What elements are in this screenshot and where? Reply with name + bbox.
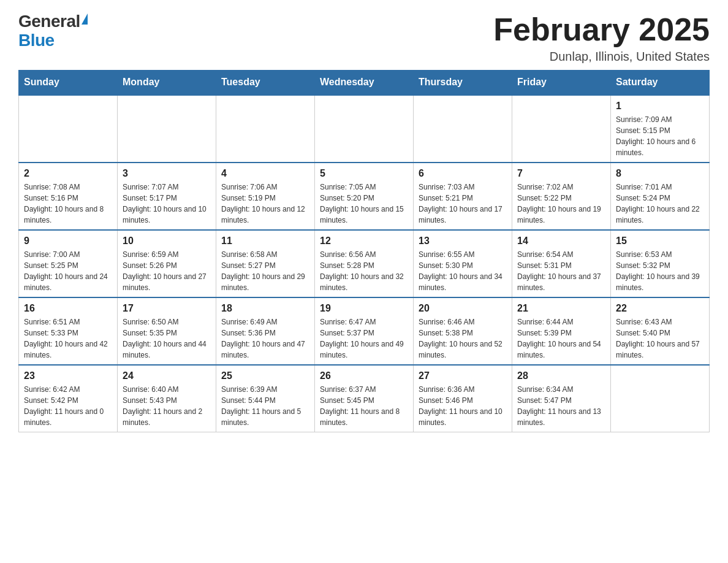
day-number: 6 xyxy=(419,168,507,179)
day-info: Sunrise: 6:36 AM Sunset: 5:46 PM Dayligh… xyxy=(419,384,507,428)
calendar-cell: 15Sunrise: 6:53 AM Sunset: 5:32 PM Dayli… xyxy=(611,230,710,297)
calendar-header-tuesday: Tuesday xyxy=(216,71,315,95)
calendar-header-friday: Friday xyxy=(512,71,611,95)
calendar-cell: 25Sunrise: 6:39 AM Sunset: 5:44 PM Dayli… xyxy=(216,365,315,432)
day-info: Sunrise: 6:39 AM Sunset: 5:44 PM Dayligh… xyxy=(221,384,309,428)
day-info: Sunrise: 6:56 AM Sunset: 5:28 PM Dayligh… xyxy=(320,249,408,293)
calendar-header-sunday: Sunday xyxy=(19,71,118,95)
calendar-cell: 1Sunrise: 7:09 AM Sunset: 5:15 PM Daylig… xyxy=(611,95,710,163)
calendar-cell: 10Sunrise: 6:59 AM Sunset: 5:26 PM Dayli… xyxy=(118,230,216,297)
day-number: 10 xyxy=(123,236,211,247)
day-number: 28 xyxy=(517,370,605,381)
calendar-cell: 2Sunrise: 7:08 AM Sunset: 5:16 PM Daylig… xyxy=(19,163,118,230)
day-number: 27 xyxy=(419,370,507,381)
calendar-cell: 11Sunrise: 6:58 AM Sunset: 5:27 PM Dayli… xyxy=(216,230,315,297)
day-info: Sunrise: 6:58 AM Sunset: 5:27 PM Dayligh… xyxy=(221,249,309,293)
day-number: 18 xyxy=(221,303,309,314)
calendar-cell: 9Sunrise: 7:00 AM Sunset: 5:25 PM Daylig… xyxy=(19,230,118,297)
calendar-cell: 26Sunrise: 6:37 AM Sunset: 5:45 PM Dayli… xyxy=(315,365,414,432)
day-number: 1 xyxy=(616,101,704,112)
calendar-header-row: SundayMondayTuesdayWednesdayThursdayFrid… xyxy=(19,71,710,95)
day-number: 8 xyxy=(616,168,704,179)
day-info: Sunrise: 7:07 AM Sunset: 5:17 PM Dayligh… xyxy=(123,182,211,226)
calendar-header-wednesday: Wednesday xyxy=(315,71,414,95)
logo: General Blue xyxy=(18,12,88,50)
day-number: 7 xyxy=(517,168,605,179)
day-info: Sunrise: 6:50 AM Sunset: 5:35 PM Dayligh… xyxy=(123,316,211,361)
calendar-cell: 24Sunrise: 6:40 AM Sunset: 5:43 PM Dayli… xyxy=(118,365,216,432)
day-number: 3 xyxy=(123,168,211,179)
calendar-header-saturday: Saturday xyxy=(611,71,710,95)
day-number: 5 xyxy=(320,168,408,179)
day-info: Sunrise: 7:08 AM Sunset: 5:16 PM Dayligh… xyxy=(24,182,112,226)
calendar-cell: 7Sunrise: 7:02 AM Sunset: 5:22 PM Daylig… xyxy=(512,163,611,230)
day-info: Sunrise: 6:59 AM Sunset: 5:26 PM Dayligh… xyxy=(123,249,211,293)
day-number: 17 xyxy=(123,303,211,314)
calendar-cell: 19Sunrise: 6:47 AM Sunset: 5:37 PM Dayli… xyxy=(315,297,414,365)
calendar-cell: 17Sunrise: 6:50 AM Sunset: 5:35 PM Dayli… xyxy=(118,297,216,365)
calendar-cell: 22Sunrise: 6:43 AM Sunset: 5:40 PM Dayli… xyxy=(611,297,710,365)
calendar-cell xyxy=(414,95,512,163)
day-info: Sunrise: 7:06 AM Sunset: 5:19 PM Dayligh… xyxy=(221,182,309,226)
day-number: 20 xyxy=(419,303,507,314)
day-info: Sunrise: 6:44 AM Sunset: 5:39 PM Dayligh… xyxy=(517,316,605,361)
calendar-week-row: 16Sunrise: 6:51 AM Sunset: 5:33 PM Dayli… xyxy=(19,297,710,365)
day-info: Sunrise: 7:09 AM Sunset: 5:15 PM Dayligh… xyxy=(616,114,704,158)
calendar-cell: 4Sunrise: 7:06 AM Sunset: 5:19 PM Daylig… xyxy=(216,163,315,230)
day-info: Sunrise: 6:42 AM Sunset: 5:42 PM Dayligh… xyxy=(24,384,112,428)
day-info: Sunrise: 6:49 AM Sunset: 5:36 PM Dayligh… xyxy=(221,316,309,361)
calendar-cell: 8Sunrise: 7:01 AM Sunset: 5:24 PM Daylig… xyxy=(611,163,710,230)
day-info: Sunrise: 7:03 AM Sunset: 5:21 PM Dayligh… xyxy=(419,182,507,226)
calendar-cell: 27Sunrise: 6:36 AM Sunset: 5:46 PM Dayli… xyxy=(414,365,512,432)
calendar-cell xyxy=(315,95,414,163)
calendar-table: SundayMondayTuesdayWednesdayThursdayFrid… xyxy=(18,70,710,432)
calendar-cell xyxy=(611,365,710,432)
calendar-week-row: 9Sunrise: 7:00 AM Sunset: 5:25 PM Daylig… xyxy=(19,230,710,297)
calendar-header-monday: Monday xyxy=(118,71,216,95)
logo-triangle-icon xyxy=(82,13,88,25)
day-info: Sunrise: 6:47 AM Sunset: 5:37 PM Dayligh… xyxy=(320,316,408,361)
calendar-cell: 14Sunrise: 6:54 AM Sunset: 5:31 PM Dayli… xyxy=(512,230,611,297)
day-number: 22 xyxy=(616,303,704,314)
day-info: Sunrise: 7:00 AM Sunset: 5:25 PM Dayligh… xyxy=(24,249,112,293)
day-info: Sunrise: 6:46 AM Sunset: 5:38 PM Dayligh… xyxy=(419,316,507,361)
day-info: Sunrise: 6:54 AM Sunset: 5:31 PM Dayligh… xyxy=(517,249,605,293)
day-number: 19 xyxy=(320,303,408,314)
day-info: Sunrise: 6:43 AM Sunset: 5:40 PM Dayligh… xyxy=(616,316,704,361)
location-subtitle: Dunlap, Illinois, United States xyxy=(493,50,710,64)
calendar-cell xyxy=(512,95,611,163)
calendar-cell: 5Sunrise: 7:05 AM Sunset: 5:20 PM Daylig… xyxy=(315,163,414,230)
calendar-cell: 20Sunrise: 6:46 AM Sunset: 5:38 PM Dayli… xyxy=(414,297,512,365)
day-number: 21 xyxy=(517,303,605,314)
day-number: 11 xyxy=(221,236,309,247)
day-info: Sunrise: 7:05 AM Sunset: 5:20 PM Dayligh… xyxy=(320,182,408,226)
day-info: Sunrise: 6:34 AM Sunset: 5:47 PM Dayligh… xyxy=(517,384,605,428)
calendar-cell: 18Sunrise: 6:49 AM Sunset: 5:36 PM Dayli… xyxy=(216,297,315,365)
logo-general-text: General xyxy=(18,12,80,31)
calendar-cell: 23Sunrise: 6:42 AM Sunset: 5:42 PM Dayli… xyxy=(19,365,118,432)
day-number: 9 xyxy=(24,236,112,247)
month-title: February 2025 xyxy=(493,12,710,47)
calendar-cell: 12Sunrise: 6:56 AM Sunset: 5:28 PM Dayli… xyxy=(315,230,414,297)
day-info: Sunrise: 7:02 AM Sunset: 5:22 PM Dayligh… xyxy=(517,182,605,226)
day-info: Sunrise: 7:01 AM Sunset: 5:24 PM Dayligh… xyxy=(616,182,704,226)
day-number: 23 xyxy=(24,370,112,381)
day-number: 24 xyxy=(123,370,211,381)
day-number: 2 xyxy=(24,168,112,179)
calendar-cell xyxy=(19,95,118,163)
day-number: 15 xyxy=(616,236,704,247)
page-header: General Blue February 2025 Dunlap, Illin… xyxy=(18,12,710,64)
day-number: 26 xyxy=(320,370,408,381)
calendar-week-row: 1Sunrise: 7:09 AM Sunset: 5:15 PM Daylig… xyxy=(19,95,710,163)
calendar-cell: 21Sunrise: 6:44 AM Sunset: 5:39 PM Dayli… xyxy=(512,297,611,365)
title-area: February 2025 Dunlap, Illinois, United S… xyxy=(493,12,710,64)
day-info: Sunrise: 6:55 AM Sunset: 5:30 PM Dayligh… xyxy=(419,249,507,293)
day-info: Sunrise: 6:37 AM Sunset: 5:45 PM Dayligh… xyxy=(320,384,408,428)
day-number: 12 xyxy=(320,236,408,247)
calendar-cell: 6Sunrise: 7:03 AM Sunset: 5:21 PM Daylig… xyxy=(414,163,512,230)
day-number: 14 xyxy=(517,236,605,247)
day-info: Sunrise: 6:40 AM Sunset: 5:43 PM Dayligh… xyxy=(123,384,211,428)
day-number: 16 xyxy=(24,303,112,314)
calendar-header-thursday: Thursday xyxy=(414,71,512,95)
day-number: 4 xyxy=(221,168,309,179)
